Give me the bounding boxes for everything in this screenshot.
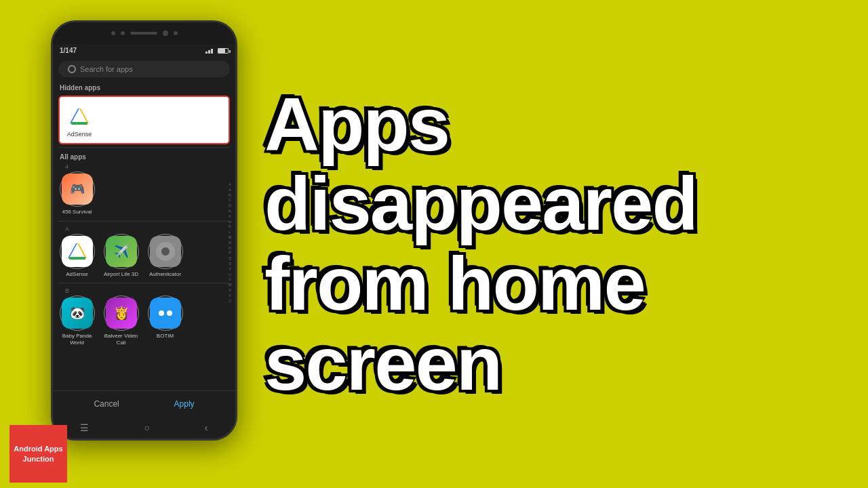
signal-icon (205, 48, 215, 54)
hidden-app-adsense: AdSense (65, 102, 94, 138)
app-label-456survival: 456 Survival (62, 209, 92, 216)
divider (58, 147, 230, 148)
adsense-icon-hidden (65, 102, 94, 131)
app-label-babypanda: Baby Panda World (58, 333, 96, 346)
phone-camera (163, 30, 168, 36)
app-item-botim[interactable]: BOTIM (146, 296, 184, 346)
apply-button[interactable]: Apply (167, 396, 201, 411)
app-icon-adsense (62, 236, 93, 267)
apps-row-4: 🎮 456 Survival (58, 171, 230, 216)
phone-top-bar (53, 22, 235, 44)
phone-screen: 1/147 Search for apps Hidd (53, 44, 235, 417)
cancel-button[interactable]: Cancel (87, 396, 125, 411)
phone-dot (121, 31, 125, 35)
svg-rect-4 (71, 122, 87, 125)
page-counter: 1/147 (60, 47, 77, 54)
phone-dot (174, 31, 178, 35)
app-label-adsense: AdSense (66, 271, 87, 278)
search-icon (68, 65, 76, 73)
phone-speaker (130, 32, 157, 35)
search-bar[interactable]: Search for apps (58, 61, 230, 77)
hidden-app-name: AdSense (67, 131, 92, 138)
app-label-airportlife: Airport Life 3D (104, 271, 138, 278)
svg-rect-8 (69, 257, 85, 260)
app-item-authenticator[interactable]: Authenticator (146, 234, 184, 278)
section-label-4: 4 (58, 162, 230, 171)
svg-point-12 (153, 301, 178, 325)
status-bar: 1/147 (53, 44, 235, 57)
phone-bottom-nav: ☰ ○ ‹ (53, 417, 235, 439)
svg-point-11 (161, 247, 170, 256)
battery-icon (218, 48, 229, 54)
app-icon-456survival: 🎮 (62, 174, 93, 205)
channel-badge-text: Android Apps Junction (9, 444, 67, 464)
app-item-balveer[interactable]: 👸 Balveer Video Call (102, 296, 140, 346)
svg-point-14 (167, 310, 172, 316)
scroll-indicator: 4 A B C D E F H K L M N O P Q S T (226, 162, 234, 390)
hidden-apps-container: AdSense (58, 96, 230, 144)
app-item-babypanda[interactable]: 🐼 Baby Panda World (58, 296, 96, 346)
svg-rect-5 (65, 239, 90, 264)
nav-menu-button[interactable]: ☰ (80, 422, 89, 433)
status-icons (205, 48, 229, 54)
channel-badge: Android Apps Junction (9, 425, 67, 483)
search-placeholder: Search for apps (80, 65, 133, 73)
all-apps-grid: 4 🎮 456 Survival (53, 162, 235, 346)
main-heading: Apps disappeared from home screen (264, 85, 854, 403)
all-apps-label: All apps (53, 150, 235, 162)
apps-row-a: AdSense ✈️ Airport Life 3D (58, 234, 230, 278)
app-item-adsense[interactable]: AdSense (58, 234, 96, 278)
phone-dot (111, 31, 115, 35)
hidden-apps-label: Hidden apps (53, 81, 235, 93)
app-label-authenticator: Authenticator (149, 271, 181, 278)
apps-row-b: 🐼 Baby Panda World 👸 (58, 296, 230, 346)
nav-home-button[interactable]: ○ (144, 422, 149, 433)
phone-mockup: 1/147 Search for apps Hidd (51, 20, 237, 441)
app-icon-authenticator (150, 236, 181, 267)
app-label-balveer: Balveer Video Call (102, 333, 140, 346)
app-icon-balveer: 👸 (106, 298, 137, 329)
bottom-buttons: Cancel Apply (53, 390, 235, 417)
app-item-airportlife[interactable]: ✈️ Airport Life 3D (102, 234, 140, 278)
section-label-b: B (58, 286, 230, 296)
app-icon-airportlife: ✈️ (106, 236, 137, 267)
svg-point-13 (159, 310, 164, 316)
main-heading-area: Apps disappeared from home screen (264, 20, 854, 468)
nav-back-button[interactable]: ‹ (205, 422, 208, 433)
phone-body: 1/147 Search for apps Hidd (51, 20, 237, 441)
svg-rect-0 (67, 104, 92, 129)
app-icon-babypanda: 🐼 (62, 298, 93, 329)
app-icon-botim (150, 298, 181, 329)
section-label-a: A (58, 224, 230, 234)
app-label-botim: BOTIM (157, 333, 174, 340)
app-item-456survival[interactable]: 🎮 456 Survival (58, 171, 96, 216)
